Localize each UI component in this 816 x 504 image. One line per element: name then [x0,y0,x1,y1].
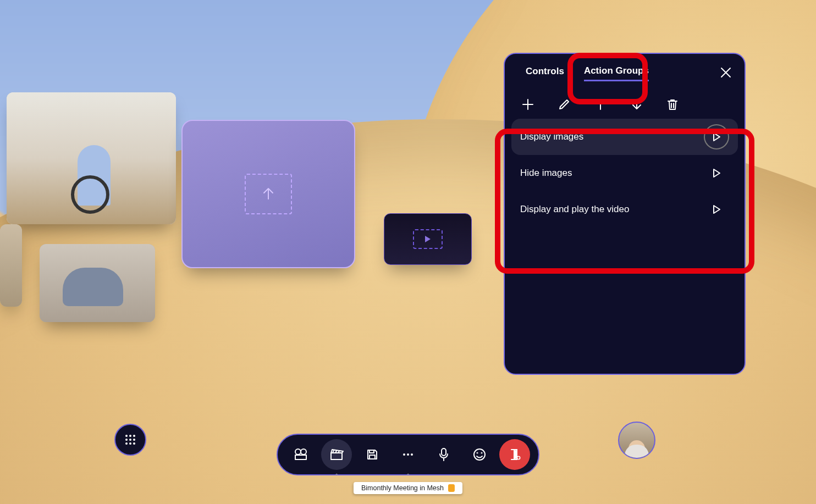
svg-point-3 [125,439,128,441]
add-button[interactable] [521,98,534,111]
microphone-icon [438,447,450,462]
smile-icon [472,447,487,462]
scene-image-frame-1[interactable] [7,92,176,224]
photo-placeholder [0,224,22,307]
clapperboard-button[interactable]: ⌃ [321,439,352,470]
svg-point-16 [477,453,477,453]
clapperboard-icon [329,448,344,461]
close-icon [719,66,732,79]
delete-button[interactable] [666,98,679,111]
svg-point-13 [411,453,413,456]
meeting-name-label: Bimonthly Meeting in Mesh [361,484,444,492]
grid-icon [124,434,136,446]
chevron-up-icon: ⌃ [406,473,410,479]
leave-door-icon [508,448,521,461]
status-indicator-icon [448,484,455,492]
svg-point-2 [133,435,135,437]
move-down-button[interactable] [630,98,643,111]
play-icon [712,204,721,214]
svg-point-1 [129,435,131,437]
scene-image-frame-3[interactable] [40,244,155,322]
tab-controls[interactable]: Controls [526,66,564,80]
camera-reel-button[interactable] [285,439,316,470]
svg-point-10 [301,449,306,455]
svg-point-7 [129,442,131,445]
scene-upload-screen[interactable] [181,120,355,268]
arrow-up-icon [260,186,277,202]
move-up-button[interactable] [594,98,607,111]
panel-tabs: Controls Action Groups [505,54,745,92]
play-icon [423,235,432,243]
svg-point-6 [125,442,128,445]
play-action-button[interactable] [704,160,729,186]
avatar-body [625,445,649,459]
upload-target [245,174,292,214]
action-group-item[interactable]: Display and play the video [511,191,738,228]
arrow-up-icon [594,98,607,111]
chevron-up-icon: ⌃ [334,473,339,479]
edit-button[interactable] [558,98,571,111]
leave-button[interactable] [499,439,530,470]
svg-point-17 [481,453,482,453]
svg-rect-14 [442,448,446,456]
svg-point-4 [129,439,131,441]
scene-video-screen[interactable] [384,213,472,265]
photo-placeholder [7,92,176,224]
emoji-button[interactable] [464,439,495,470]
meeting-name-chip[interactable]: Bimonthly Meeting in Mesh [354,482,462,494]
close-panel-button[interactable] [719,66,732,79]
svg-point-5 [133,439,135,441]
play-action-button[interactable] [704,124,729,149]
action-group-item[interactable]: Hide images [511,155,738,191]
svg-point-15 [474,449,485,460]
tab-action-groups[interactable]: Action Groups [584,65,649,81]
panel-toolbar [505,92,745,119]
action-group-label: Hide images [520,168,572,179]
more-button[interactable]: ⌃ [393,439,423,470]
svg-point-9 [295,449,301,455]
action-group-item[interactable]: Display images [511,119,738,155]
save-button[interactable] [357,439,388,470]
play-action-button[interactable] [704,197,729,222]
microphone-button[interactable] [428,439,459,470]
plus-icon [521,98,534,111]
video-target [413,229,443,249]
more-horizontal-icon [401,448,415,461]
bottom-toolbar: ⌃ ⌃ [277,434,539,475]
camera-reel-icon [293,447,308,462]
svg-point-0 [125,435,128,437]
apps-grid-button[interactable] [114,424,146,456]
action-group-label: Display and play the video [520,204,629,215]
scene-image-frame-2[interactable] [0,224,22,307]
action-group-label: Display images [520,131,583,142]
svg-point-11 [403,453,405,456]
arrow-down-icon [630,98,643,111]
svg-point-18 [515,454,516,455]
photo-placeholder [40,244,155,322]
svg-point-8 [133,442,135,445]
avatar-button[interactable] [618,422,655,459]
pencil-icon [558,98,571,111]
svg-point-12 [407,453,409,456]
trash-icon [666,98,679,111]
floppy-disk-icon [366,448,379,461]
play-icon [712,168,721,178]
control-panel: Controls Action Groups Display images Hi… [504,53,746,375]
action-group-list: Display images Hide images Display and p… [505,119,745,228]
play-icon [712,132,721,142]
